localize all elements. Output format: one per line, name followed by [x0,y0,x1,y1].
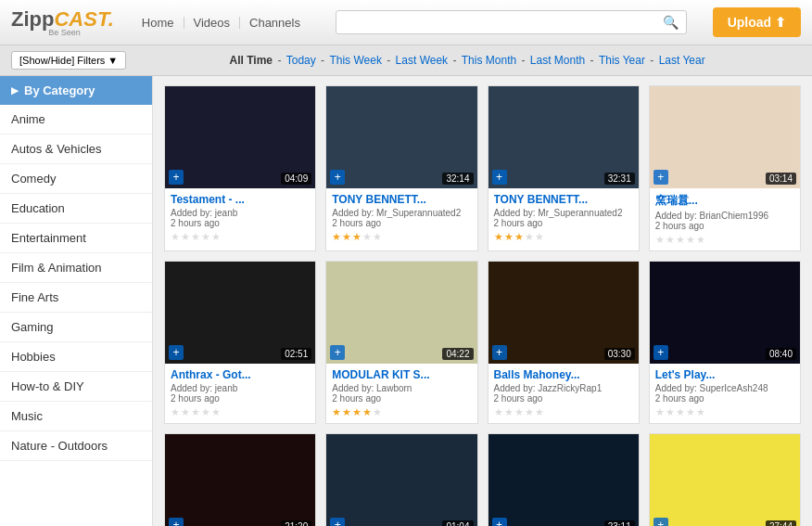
add-to-playlist-button[interactable]: + [492,345,507,360]
nav-channels[interactable]: Channels [240,17,310,29]
video-title[interactable]: TONY BENNETT... [494,193,633,206]
video-duration: 08:40 [766,348,796,360]
video-thumbnail[interactable]: + 02:51 [165,262,315,364]
thumb-placeholder [165,434,315,526]
nav-videos[interactable]: Videos [184,17,241,29]
added-by: Added by: jeanb [171,383,310,393]
filter-last-month[interactable]: Last Month [530,54,585,67]
video-card: + 02:51 Anthrax - Got... Added by: jeanb… [164,261,316,424]
sidebar-title: By Category [24,83,95,97]
star-icon: ★ [181,406,190,418]
video-title[interactable]: MODULAR KIT S... [332,368,471,381]
sidebar-header: ▶ By Category [0,76,152,105]
filter-last-year[interactable]: Last Year [659,54,705,67]
star-icon: ★ [514,406,524,418]
star-icon: ★ [696,234,705,246]
video-title[interactable]: Let's Play... [655,368,794,381]
video-thumbnail[interactable]: + 32:14 [326,86,476,188]
search-icon[interactable]: 🔍 [663,15,679,30]
video-duration: 04:09 [281,173,311,185]
filter-all-time[interactable]: All Time [230,54,273,67]
video-thumbnail[interactable]: + 04:09 [165,86,315,188]
filter-this-month[interactable]: This Month [462,54,516,67]
add-to-playlist-button[interactable]: + [169,170,184,185]
video-info: Let's Play... Added by: SuperIceAsh248 2… [650,364,800,423]
sidebar-item-comedy[interactable]: Comedy [0,164,152,194]
add-to-playlist-button[interactable]: + [653,170,668,185]
sidebar-item-entertainment[interactable]: Entertainment [0,224,152,253]
star-icon: ★ [686,234,695,246]
video-thumbnail[interactable]: + 32:31 [488,86,639,188]
star-icon: ★ [696,406,705,418]
add-to-playlist-button[interactable]: + [653,345,668,360]
thumb-placeholder [650,434,800,526]
sidebar-item-music[interactable]: Music [0,402,152,431]
video-thumbnail[interactable]: + 27:44 [650,434,800,526]
star-icon: ★ [191,231,200,243]
sidebar-item-nature---outdoors[interactable]: Nature - Outdoors [0,431,152,461]
star-icon: ★ [494,406,503,418]
video-thumbnail[interactable]: + 23:11 [488,434,639,526]
sidebar-item-gaming[interactable]: Gaming [0,313,152,342]
video-thumbnail[interactable]: + 04:22 [326,262,476,364]
star-icon: ★ [332,231,341,243]
logo-tagline: Be Seen [48,28,81,37]
added-by: Added by: JazzRickyRap1 [494,383,633,393]
sidebar-item-fine-arts[interactable]: Fine Arts [0,283,152,313]
upload-button[interactable]: Upload ⬆ [713,7,801,37]
star-icon: ★ [342,406,351,418]
filter-last-week[interactable]: Last Week [396,54,448,67]
sidebar-items: AnimeAutos & VehiclesComedyEducationEnte… [0,105,152,461]
add-to-playlist-button[interactable]: + [492,518,507,526]
video-title[interactable]: TONY BENNETT... [332,193,471,206]
video-stars: ★★★★★ [332,406,471,418]
video-thumbnail[interactable]: + 03:30 [488,262,639,364]
filter-this-week[interactable]: This Week [329,54,381,67]
video-stars: ★★★★★ [494,406,633,418]
add-to-playlist-button[interactable]: + [653,518,668,526]
video-title[interactable]: Balls Mahoney... [494,368,633,381]
sidebar-item-anime[interactable]: Anime [0,105,152,135]
video-thumbnail[interactable]: + 08:40 [650,262,800,364]
add-to-playlist-button[interactable]: + [169,345,184,360]
add-to-playlist-button[interactable]: + [169,518,184,526]
video-meta: Added by: SuperIceAsh248 2 hours ago [655,383,794,404]
filter-toggle-button[interactable]: [Show/Hide] Filters ▼ [11,51,126,70]
video-title[interactable]: Anthrax - Got... [171,368,310,381]
nav-home[interactable]: Home [133,17,184,29]
sidebar-item-hobbies[interactable]: Hobbies [0,342,152,372]
video-card: + 03:14 窯瑞囂... Added by: BrianChiem1996 … [649,85,801,251]
video-card: + 32:31 TONY BENNETT... Added by: Mr_Sup… [488,85,640,251]
video-info: Testament - ... Added by: jeanb 2 hours … [165,188,315,248]
video-title[interactable]: Testament - ... [171,193,310,206]
video-thumbnail[interactable]: + 01:04 [326,434,476,526]
add-to-playlist-button[interactable]: + [492,170,507,185]
sidebar-item-film---animation[interactable]: Film & Animation [0,253,152,283]
search-input[interactable] [344,16,663,30]
added-by: Added by: BrianChiem1996 [655,211,794,221]
video-thumbnail[interactable]: + 21:20 [165,434,315,526]
star-icon: ★ [504,406,514,418]
star-icon: ★ [655,234,665,246]
star-icon: ★ [373,231,382,243]
filter-today[interactable]: Today [286,54,316,67]
add-to-playlist-button[interactable]: + [330,170,345,185]
video-card: + 27:44 Super Mario... Added by: Brandon… [649,433,801,526]
video-meta: Added by: jeanb 2 hours ago [171,208,310,228]
video-duration: 32:31 [604,173,635,185]
video-duration: 23:11 [604,520,635,526]
video-title[interactable]: 窯瑞囂... [655,193,794,209]
video-thumbnail[interactable]: + 03:14 [650,86,800,188]
add-to-playlist-button[interactable]: + [330,518,345,526]
triangle-icon: ▶ [11,85,19,96]
sidebar-item-education[interactable]: Education [0,194,152,224]
star-icon: ★ [494,231,503,243]
sidebar-item-how-to---diy[interactable]: How-to & DIY [0,372,152,402]
star-icon: ★ [525,231,534,243]
star-icon: ★ [352,406,362,418]
add-to-playlist-button[interactable]: + [330,345,345,360]
video-duration: 21:20 [281,520,311,526]
video-card: + 21:20 13x67-Watch... Added by: AllAbou… [164,433,316,526]
sidebar-item-autos---vehicles[interactable]: Autos & Vehicles [0,135,152,164]
filter-this-year[interactable]: This Year [599,54,645,67]
